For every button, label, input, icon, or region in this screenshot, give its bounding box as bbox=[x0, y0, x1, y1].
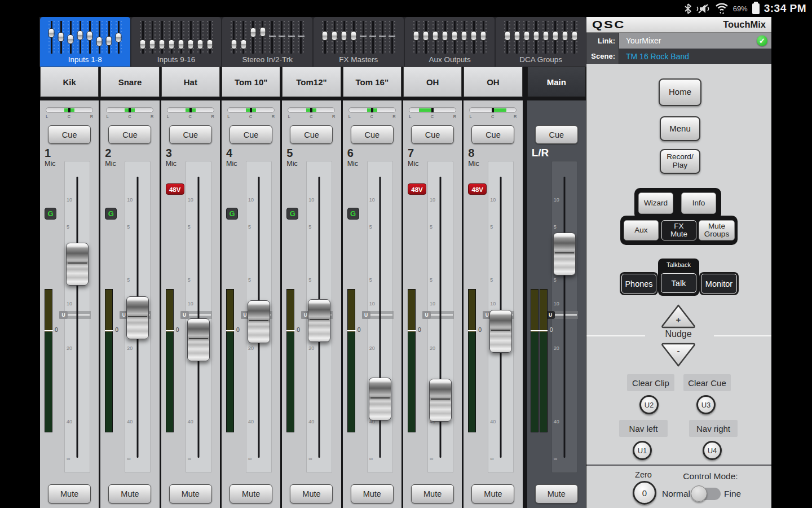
channel-name[interactable]: Snare bbox=[100, 67, 159, 97]
phones-button[interactable]: Phones bbox=[621, 274, 656, 294]
fader-scale-tick: 40 bbox=[490, 419, 496, 424]
mute-button[interactable]: Mute bbox=[535, 484, 578, 503]
pan-fill bbox=[494, 108, 506, 112]
channel-number: 5 bbox=[286, 147, 293, 160]
mute-button[interactable]: Mute bbox=[411, 484, 454, 503]
clear-clip-button[interactable]: Clear Clip bbox=[627, 374, 674, 391]
cue-button[interactable]: Cue bbox=[230, 125, 272, 144]
fader-knob[interactable] bbox=[187, 318, 210, 361]
user-button-u2[interactable]: U2 bbox=[639, 395, 659, 414]
cue-button[interactable]: Cue bbox=[535, 125, 578, 144]
info-button[interactable]: Info bbox=[681, 192, 716, 214]
pan-indicator[interactable] bbox=[348, 107, 396, 113]
pan-indicator[interactable] bbox=[106, 107, 153, 113]
pan-indicator[interactable] bbox=[46, 107, 93, 113]
tab-inputs-1-8[interactable]: Inputs 1-8 bbox=[40, 17, 130, 67]
gate-badge: G bbox=[226, 208, 238, 220]
mute-button[interactable]: Mute bbox=[351, 484, 394, 503]
home-button[interactable]: Home bbox=[659, 78, 701, 106]
user-button-u1[interactable]: U1 bbox=[633, 441, 652, 460]
cue-button[interactable]: Cue bbox=[471, 125, 514, 144]
fader-track[interactable]: U 1055102040∞ bbox=[367, 161, 393, 473]
fader-knob[interactable] bbox=[66, 243, 89, 286]
fader-track[interactable]: U 1055102040∞ bbox=[64, 161, 90, 473]
channel-name[interactable]: Kik bbox=[40, 67, 99, 97]
user-button-u4[interactable]: U4 bbox=[703, 441, 722, 460]
cue-button[interactable]: Cue bbox=[169, 125, 212, 144]
fader-track[interactable]: U 1055102040∞ bbox=[551, 161, 577, 473]
fader-knob[interactable] bbox=[369, 378, 391, 421]
channel-name[interactable]: Tom 10" bbox=[222, 67, 280, 97]
fader-scale-tick: 20 bbox=[127, 345, 133, 351]
nudge-up-button[interactable]: + bbox=[660, 303, 697, 329]
level-meter bbox=[531, 289, 539, 432]
fader-track[interactable]: U 1055102040∞ bbox=[427, 161, 453, 473]
meter-zero-tick bbox=[105, 330, 113, 331]
monitor-button[interactable]: Monitor bbox=[701, 274, 737, 294]
fader-scale-tick: 5 bbox=[554, 224, 557, 230]
unity-chip: U bbox=[422, 311, 431, 319]
pan-indicator[interactable] bbox=[409, 107, 456, 113]
mute-button[interactable]: Mute bbox=[471, 484, 514, 503]
mute-button[interactable]: Mute bbox=[108, 484, 151, 503]
cue-button[interactable]: Cue bbox=[411, 125, 454, 144]
nudge-down-button[interactable]: - bbox=[660, 343, 697, 369]
zero-button[interactable]: 0 bbox=[633, 481, 656, 505]
panel-divider bbox=[586, 465, 771, 466]
mute-button[interactable]: Mute bbox=[230, 484, 272, 503]
cue-button[interactable]: Cue bbox=[108, 125, 151, 144]
nav-left-button[interactable]: Nav left bbox=[619, 420, 668, 437]
user-button-u3[interactable]: U3 bbox=[696, 395, 716, 414]
tab-aux-outputs[interactable]: Aux Outputs bbox=[405, 17, 495, 67]
gate-badge: G bbox=[105, 208, 117, 220]
tab-inputs-9-16[interactable]: Inputs 9-16 bbox=[131, 17, 222, 67]
channel-name[interactable]: Tom12" bbox=[282, 67, 341, 97]
fader-knob[interactable] bbox=[308, 299, 330, 342]
cue-button[interactable]: Cue bbox=[290, 125, 333, 144]
tab-fx-masters[interactable]: FX Masters bbox=[314, 17, 404, 67]
level-meter bbox=[226, 289, 234, 432]
cue-button[interactable]: Cue bbox=[351, 125, 394, 144]
phantom-48v-badge: 48V bbox=[408, 183, 426, 195]
menu-button[interactable]: Menu bbox=[660, 116, 700, 141]
channel-name[interactable]: Tom 16" bbox=[343, 67, 401, 97]
link-row: Link: YourMixer ✓ bbox=[586, 33, 771, 49]
tab-stereo-in-2-trk[interactable]: Stereo In/2-Trk bbox=[222, 17, 312, 67]
fader-scale-tick: ∞ bbox=[554, 456, 557, 462]
channel-name[interactable]: OH bbox=[403, 67, 462, 97]
channel-name[interactable]: OH bbox=[464, 67, 522, 97]
pan-position-tick bbox=[68, 108, 70, 112]
clear-cue-button[interactable]: Clear Cue bbox=[683, 374, 731, 391]
fader-scale-tick: 20 bbox=[554, 345, 559, 351]
pan-indicator[interactable] bbox=[227, 107, 275, 113]
mute-button[interactable]: Mute bbox=[169, 484, 212, 503]
fader-knob[interactable] bbox=[248, 300, 270, 343]
pan-indicator[interactable] bbox=[469, 107, 517, 113]
control-mode-toggle-knob[interactable] bbox=[691, 485, 707, 502]
tab-dca-groups[interactable]: DCA Groups bbox=[496, 17, 586, 67]
channel-name[interactable]: Hat bbox=[161, 67, 220, 97]
fader-knob[interactable] bbox=[429, 379, 452, 422]
record-play-button[interactable]: Record/ Play bbox=[660, 149, 700, 174]
channel-number: 7 bbox=[408, 147, 414, 160]
fader-scale-tick: 5 bbox=[248, 224, 251, 230]
fader-knob[interactable] bbox=[553, 233, 576, 275]
channel-strip-5: Tom12" LCR Cue 5 Mic 48V G U 1055102040∞… bbox=[282, 67, 341, 508]
fx-mute-button[interactable]: FX Mute bbox=[661, 220, 696, 240]
pan-indicator[interactable] bbox=[288, 107, 335, 113]
mute-button[interactable]: Mute bbox=[48, 484, 91, 503]
nav-right-button[interactable]: Nav right bbox=[689, 420, 738, 437]
mute-groups-button[interactable]: Mute Groups bbox=[699, 220, 735, 240]
mute-button[interactable]: Mute bbox=[290, 484, 333, 503]
cue-button[interactable]: Cue bbox=[48, 125, 91, 144]
talk-button[interactable]: Talk bbox=[661, 273, 696, 293]
fader-track[interactable]: U 1055102040∞ bbox=[186, 161, 211, 473]
scene-value[interactable]: TM 16 Rock Band bbox=[619, 49, 771, 64]
fader-knob[interactable] bbox=[126, 296, 149, 339]
wizard-button[interactable]: Wizard bbox=[638, 192, 673, 214]
fader-knob[interactable] bbox=[489, 310, 512, 353]
pan-indicator[interactable] bbox=[167, 107, 214, 113]
aux-button[interactable]: Aux bbox=[624, 220, 659, 240]
fader-scale-tick: 40 bbox=[67, 419, 72, 424]
channel-name[interactable]: Main bbox=[527, 67, 586, 97]
